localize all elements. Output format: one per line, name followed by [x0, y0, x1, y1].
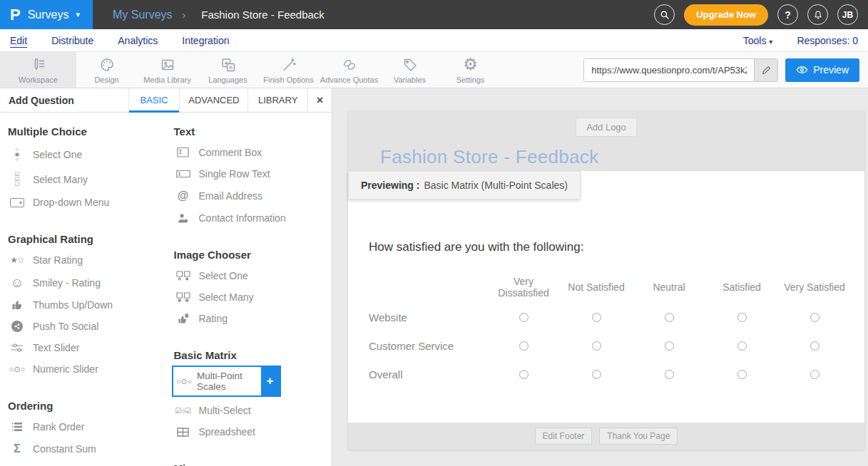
qtype-text-slider[interactable]: Text Slider [0, 337, 166, 358]
toolbar-settings[interactable]: ⚙ Settings [440, 52, 501, 88]
qtype-label: Thumbs Up/Down [33, 299, 113, 311]
qtype-drag-and-drop[interactable]: ◫ Drag and Drop [0, 460, 166, 466]
dots-scale-icon: ○⊙○ [9, 365, 25, 374]
toolbar-label: Media Library [143, 76, 191, 84]
qtype-spreadsheet[interactable]: Spreadsheet [166, 421, 332, 442]
qtype-image-select-one[interactable]: Select One [166, 265, 332, 286]
qtype-email-address[interactable]: @ Email Address [166, 185, 332, 207]
toolbar-finish-options[interactable]: Finish Options [258, 52, 319, 88]
matrix-radio[interactable] [592, 313, 601, 322]
toolbar-label: Variables [394, 76, 426, 84]
share-icon [9, 321, 25, 332]
matrix-radio[interactable] [665, 313, 674, 322]
tab-advanced[interactable]: ADVANCED [179, 88, 247, 112]
matrix-column-label: Not Satisfied [560, 281, 633, 293]
search-button[interactable] [654, 4, 675, 25]
qtype-image-select-many[interactable]: Select Many [166, 286, 332, 308]
toolbar-advance-quotas[interactable]: Advance Quotas [319, 52, 379, 88]
tab-edit[interactable]: Edit [10, 35, 27, 46]
comment-box-icon [175, 147, 191, 158]
grid-icon [175, 428, 191, 437]
dropdown-box-icon: ▾ [9, 198, 25, 207]
qtype-rank-order[interactable]: Rank Order [0, 416, 166, 437]
stars-icon: ★☆ [9, 255, 25, 265]
matrix-radio[interactable] [592, 341, 601, 351]
check-circle-check-icon: ☑○☑ [175, 407, 191, 415]
edit-url-button[interactable] [754, 59, 777, 81]
radio-stack-icon: ○◉○ [9, 147, 25, 162]
matrix-radio[interactable] [519, 341, 529, 351]
matrix-row-label: Website [369, 311, 487, 323]
matrix-radio[interactable] [665, 341, 674, 351]
qtype-star-rating[interactable]: ★☆ Star Rating [0, 249, 166, 271]
close-panel-button[interactable]: × [307, 88, 332, 112]
qtype-label: Comment Box [199, 147, 262, 158]
toolbar-workspace[interactable]: Workspace [0, 52, 76, 88]
question-mark-icon: ? [785, 9, 791, 21]
search-icon [659, 9, 670, 21]
thank-you-page-button[interactable]: Thank You Page [599, 428, 678, 445]
image-checkbox-icon [175, 292, 191, 302]
chevron-down-icon: ▾ [76, 10, 80, 19]
qtype-constant-sum[interactable]: Σ Constant Sum [0, 437, 166, 460]
survey-url-input[interactable] [584, 59, 754, 81]
qtype-select-one[interactable]: ○◉○ Select One [0, 142, 166, 167]
edit-footer-button[interactable]: Edit Footer [535, 428, 593, 445]
qtype-comment-box[interactable]: Comment Box [166, 142, 332, 163]
user-avatar[interactable]: JB [837, 4, 858, 25]
qtype-label: Multi-Point Scales [197, 371, 257, 392]
notifications-button[interactable] [807, 4, 828, 25]
workspace-icon [30, 56, 47, 73]
preview-label: Preview [813, 64, 849, 76]
qtype-image-rating[interactable]: Rating [166, 308, 332, 329]
toolbar-variables[interactable]: Variables [379, 52, 440, 88]
tab-analytics[interactable]: Analytics [118, 35, 158, 46]
qtype-label: Select Many [33, 174, 88, 185]
matrix-radio[interactable] [592, 370, 601, 379]
upgrade-now-button[interactable]: Upgrade Now [684, 4, 768, 26]
matrix-radio[interactable] [737, 370, 747, 379]
tools-menu[interactable]: Tools ▾ [743, 35, 773, 46]
matrix-radio[interactable] [665, 370, 674, 379]
add-question-plus-button[interactable]: + [261, 367, 280, 395]
qtype-multi-select[interactable]: ☑○☑ Multi-Select [166, 400, 332, 421]
tab-basic[interactable]: BASIC [128, 88, 180, 112]
matrix-header-row: Very Dissatisfied Not Satisfied Neutral … [369, 271, 864, 303]
toolbar-label: Settings [456, 76, 485, 84]
survey-header-section: Add Logo Fashion Store - Feedback [348, 110, 864, 171]
matrix-radio[interactable] [519, 313, 529, 322]
qtype-push-to-social[interactable]: Push To Social [0, 316, 166, 337]
qtype-dropdown-menu[interactable]: ▾ Drop-down Menu [0, 192, 166, 213]
matrix-radio[interactable] [810, 313, 820, 322]
gear-icon: ⚙ [463, 56, 478, 73]
product-menu-label: Surveys [28, 9, 69, 21]
qtype-contact-information[interactable]: Contact Information [166, 207, 332, 229]
matrix-column-label: Neutral [633, 281, 705, 293]
qtype-numeric-slider[interactable]: ○⊙○ Numeric Slider [0, 358, 166, 380]
toolbar-languages[interactable]: ★A Languages [198, 52, 258, 88]
toolbar-media-library[interactable]: Media Library [137, 52, 198, 88]
help-button[interactable]: ? [777, 4, 798, 25]
preview-button[interactable]: Preview [785, 58, 859, 82]
toolbar-design[interactable]: Design [76, 52, 137, 88]
matrix-radio[interactable] [519, 370, 529, 379]
qtype-single-row-text[interactable]: Single Row Text [166, 163, 332, 185]
tab-library[interactable]: LIBRARY [247, 88, 307, 112]
qtype-smiley-rating[interactable]: ☺ Smiley - Rating [0, 271, 166, 294]
matrix-radio[interactable] [737, 313, 747, 322]
add-logo-button[interactable]: Add Logo [576, 118, 637, 137]
breadcrumb-my-surveys[interactable]: My Surveys [113, 9, 173, 21]
matrix-radio[interactable] [810, 341, 820, 351]
matrix-radio[interactable] [737, 341, 747, 351]
qtype-select-many[interactable]: ☑☑☐ Select Many [0, 167, 166, 192]
qtype-thumbs-up-down[interactable]: Thumbs Up/Down [0, 294, 166, 316]
question-text: How satisfied are you with the following… [369, 240, 864, 254]
matrix-table: Very Dissatisfied Not Satisfied Neutral … [369, 271, 864, 388]
qtype-multi-point-scales[interactable]: ○⊙○ Multi-Point Scales [173, 367, 261, 395]
sigma-icon: Σ [9, 442, 25, 455]
tab-distribute[interactable]: Distribute [51, 35, 93, 46]
matrix-radio[interactable] [810, 370, 820, 379]
surveys-product-menu[interactable]: P Surveys ▾ [0, 0, 93, 29]
dots-scale-icon: ○⊙○ [177, 377, 192, 385]
tab-integration[interactable]: Integration [182, 35, 229, 46]
